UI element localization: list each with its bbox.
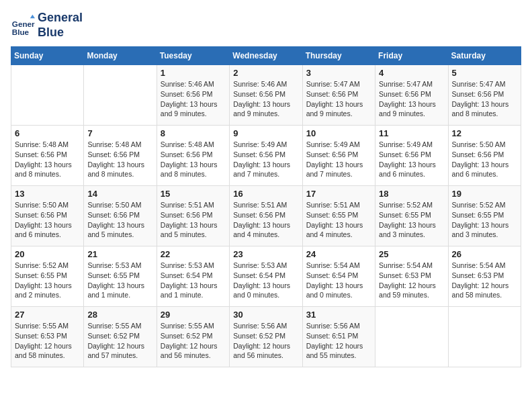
- calendar-week-5: 27Sunrise: 5:55 AM Sunset: 6:53 PM Dayli…: [11, 307, 521, 367]
- day-number: 23: [233, 249, 298, 259]
- day-info: Sunrise: 5:53 AM Sunset: 6:55 PM Dayligh…: [87, 261, 152, 300]
- page-header: General Blue General Blue: [11, 11, 521, 40]
- calendar-cell: 8Sunrise: 5:48 AM Sunset: 6:56 PM Daylig…: [157, 126, 229, 186]
- day-info: Sunrise: 5:50 AM Sunset: 6:56 PM Dayligh…: [87, 200, 152, 240]
- calendar-week-2: 6Sunrise: 5:48 AM Sunset: 6:56 PM Daylig…: [11, 126, 521, 186]
- calendar-cell: 21Sunrise: 5:53 AM Sunset: 6:55 PM Dayli…: [84, 246, 157, 307]
- day-number: 5: [452, 68, 517, 78]
- calendar-cell: [11, 65, 84, 126]
- calendar-cell: 13Sunrise: 5:50 AM Sunset: 6:56 PM Dayli…: [11, 186, 84, 246]
- day-info: Sunrise: 5:49 AM Sunset: 6:56 PM Dayligh…: [233, 140, 298, 179]
- calendar-cell: 2Sunrise: 5:46 AM Sunset: 6:56 PM Daylig…: [230, 65, 302, 126]
- day-number: 21: [87, 249, 152, 259]
- day-number: 2: [233, 68, 298, 78]
- day-number: 25: [379, 249, 444, 259]
- day-info: Sunrise: 5:55 AM Sunset: 6:53 PM Dayligh…: [15, 321, 80, 361]
- day-info: Sunrise: 5:55 AM Sunset: 6:52 PM Dayligh…: [87, 321, 152, 361]
- day-number: 7: [87, 128, 152, 138]
- day-info: Sunrise: 5:49 AM Sunset: 6:56 PM Dayligh…: [306, 140, 371, 179]
- calendar-cell: 25Sunrise: 5:54 AM Sunset: 6:53 PM Dayli…: [375, 246, 448, 307]
- day-info: Sunrise: 5:51 AM Sunset: 6:56 PM Dayligh…: [161, 200, 226, 240]
- day-number: 18: [379, 189, 444, 199]
- calendar-week-3: 13Sunrise: 5:50 AM Sunset: 6:56 PM Dayli…: [11, 186, 521, 246]
- svg-text:General: General: [12, 19, 35, 28]
- calendar-cell: 14Sunrise: 5:50 AM Sunset: 6:56 PM Dayli…: [84, 186, 157, 246]
- calendar-cell: 28Sunrise: 5:55 AM Sunset: 6:52 PM Dayli…: [84, 307, 157, 367]
- calendar-cell: 7Sunrise: 5:48 AM Sunset: 6:56 PM Daylig…: [84, 126, 157, 186]
- calendar-cell: [448, 307, 521, 367]
- day-number: 31: [306, 310, 371, 320]
- calendar-cell: 18Sunrise: 5:52 AM Sunset: 6:55 PM Dayli…: [375, 186, 448, 246]
- day-number: 10: [306, 128, 371, 138]
- calendar-cell: 12Sunrise: 5:50 AM Sunset: 6:56 PM Dayli…: [448, 126, 521, 186]
- day-info: Sunrise: 5:56 AM Sunset: 6:51 PM Dayligh…: [306, 321, 371, 361]
- calendar-table: SundayMondayTuesdayWednesdayThursdayFrid…: [11, 46, 521, 367]
- day-info: Sunrise: 5:48 AM Sunset: 6:56 PM Dayligh…: [15, 140, 80, 179]
- day-number: 11: [379, 128, 444, 138]
- day-info: Sunrise: 5:53 AM Sunset: 6:54 PM Dayligh…: [161, 261, 226, 300]
- day-number: 19: [452, 189, 517, 199]
- day-header-wednesday: Wednesday: [230, 47, 302, 65]
- day-info: Sunrise: 5:54 AM Sunset: 6:53 PM Dayligh…: [379, 261, 444, 300]
- day-number: 6: [15, 128, 80, 138]
- day-info: Sunrise: 5:46 AM Sunset: 6:56 PM Dayligh…: [161, 79, 226, 119]
- day-info: Sunrise: 5:52 AM Sunset: 6:55 PM Dayligh…: [452, 200, 517, 240]
- day-info: Sunrise: 5:51 AM Sunset: 6:56 PM Dayligh…: [233, 200, 298, 240]
- calendar-cell: 19Sunrise: 5:52 AM Sunset: 6:55 PM Dayli…: [448, 186, 521, 246]
- day-number: 14: [87, 189, 152, 199]
- calendar-cell: 23Sunrise: 5:53 AM Sunset: 6:54 PM Dayli…: [230, 246, 302, 307]
- calendar-cell: 3Sunrise: 5:47 AM Sunset: 6:56 PM Daylig…: [302, 65, 375, 126]
- calendar-cell: 24Sunrise: 5:54 AM Sunset: 6:54 PM Dayli…: [302, 246, 375, 307]
- svg-text:Blue: Blue: [12, 28, 30, 36]
- calendar-cell: 4Sunrise: 5:47 AM Sunset: 6:56 PM Daylig…: [375, 65, 448, 126]
- day-info: Sunrise: 5:49 AM Sunset: 6:56 PM Dayligh…: [379, 140, 444, 179]
- day-info: Sunrise: 5:46 AM Sunset: 6:56 PM Dayligh…: [233, 79, 298, 119]
- calendar-cell: 11Sunrise: 5:49 AM Sunset: 6:56 PM Dayli…: [375, 126, 448, 186]
- day-number: 29: [161, 310, 226, 320]
- day-number: 12: [452, 128, 517, 138]
- day-number: 27: [15, 310, 80, 320]
- calendar-cell: 31Sunrise: 5:56 AM Sunset: 6:51 PM Dayli…: [302, 307, 375, 367]
- calendar-cell: [375, 307, 448, 367]
- logo: General Blue General Blue: [11, 11, 83, 40]
- day-number: 1: [161, 68, 226, 78]
- day-header-saturday: Saturday: [448, 47, 521, 65]
- day-number: 30: [233, 310, 298, 320]
- day-info: Sunrise: 5:54 AM Sunset: 6:54 PM Dayligh…: [306, 261, 371, 300]
- day-info: Sunrise: 5:47 AM Sunset: 6:56 PM Dayligh…: [306, 79, 371, 119]
- days-header-row: SundayMondayTuesdayWednesdayThursdayFrid…: [11, 47, 521, 65]
- day-info: Sunrise: 5:56 AM Sunset: 6:52 PM Dayligh…: [233, 321, 298, 361]
- day-number: 17: [306, 189, 371, 199]
- calendar-cell: 20Sunrise: 5:52 AM Sunset: 6:55 PM Dayli…: [11, 246, 84, 307]
- day-number: 24: [306, 249, 371, 259]
- svg-marker-2: [30, 14, 35, 17]
- day-info: Sunrise: 5:50 AM Sunset: 6:56 PM Dayligh…: [15, 200, 80, 240]
- calendar-cell: 10Sunrise: 5:49 AM Sunset: 6:56 PM Dayli…: [302, 126, 375, 186]
- calendar-cell: [84, 65, 157, 126]
- calendar-cell: 29Sunrise: 5:55 AM Sunset: 6:52 PM Dayli…: [157, 307, 229, 367]
- day-number: 15: [161, 189, 226, 199]
- calendar-week-4: 20Sunrise: 5:52 AM Sunset: 6:55 PM Dayli…: [11, 246, 521, 307]
- day-info: Sunrise: 5:51 AM Sunset: 6:55 PM Dayligh…: [306, 200, 371, 240]
- calendar-cell: 17Sunrise: 5:51 AM Sunset: 6:55 PM Dayli…: [302, 186, 375, 246]
- day-number: 3: [306, 68, 371, 78]
- day-header-tuesday: Tuesday: [157, 47, 229, 65]
- day-info: Sunrise: 5:54 AM Sunset: 6:53 PM Dayligh…: [452, 261, 517, 300]
- calendar-cell: 1Sunrise: 5:46 AM Sunset: 6:56 PM Daylig…: [157, 65, 229, 126]
- calendar-cell: 5Sunrise: 5:47 AM Sunset: 6:56 PM Daylig…: [448, 65, 521, 126]
- calendar-cell: 6Sunrise: 5:48 AM Sunset: 6:56 PM Daylig…: [11, 126, 84, 186]
- logo-text: General Blue: [38, 11, 83, 40]
- day-info: Sunrise: 5:50 AM Sunset: 6:56 PM Dayligh…: [452, 140, 517, 179]
- day-number: 22: [161, 249, 226, 259]
- day-info: Sunrise: 5:48 AM Sunset: 6:56 PM Dayligh…: [87, 140, 152, 179]
- day-number: 28: [87, 310, 152, 320]
- day-info: Sunrise: 5:53 AM Sunset: 6:54 PM Dayligh…: [233, 261, 298, 300]
- day-header-thursday: Thursday: [302, 47, 375, 65]
- calendar-cell: 15Sunrise: 5:51 AM Sunset: 6:56 PM Dayli…: [157, 186, 229, 246]
- calendar-week-1: 1Sunrise: 5:46 AM Sunset: 6:56 PM Daylig…: [11, 65, 521, 126]
- calendar-cell: 30Sunrise: 5:56 AM Sunset: 6:52 PM Dayli…: [230, 307, 302, 367]
- calendar-cell: 27Sunrise: 5:55 AM Sunset: 6:53 PM Dayli…: [11, 307, 84, 367]
- day-info: Sunrise: 5:47 AM Sunset: 6:56 PM Dayligh…: [379, 79, 444, 119]
- day-number: 16: [233, 189, 298, 199]
- calendar-cell: 9Sunrise: 5:49 AM Sunset: 6:56 PM Daylig…: [230, 126, 302, 186]
